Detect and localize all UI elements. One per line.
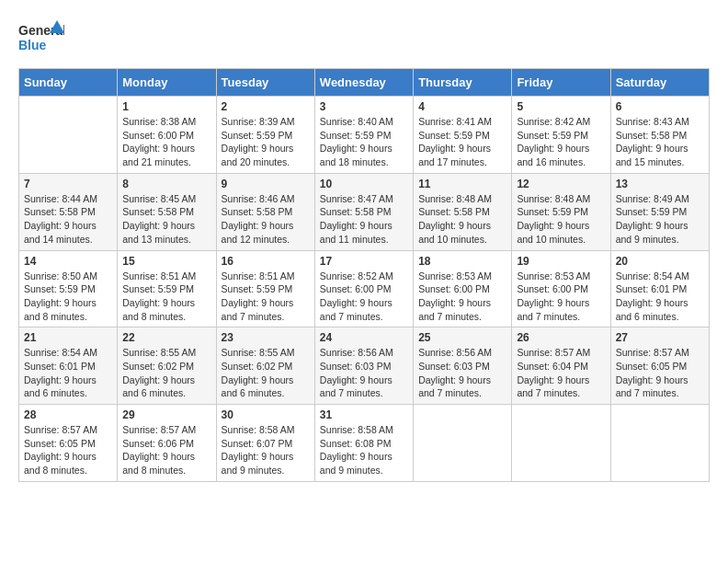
day-info: Sunrise: 8:58 AM Sunset: 6:07 PM Dayligh… <box>222 423 310 477</box>
day-number: 25 <box>418 331 506 344</box>
day-number: 9 <box>222 178 310 190</box>
day-number: 15 <box>122 255 210 268</box>
day-info: Sunrise: 8:57 AM Sunset: 6:05 PM Dayligh… <box>24 423 112 477</box>
day-number: 23 <box>222 331 310 344</box>
week-row-4: 21Sunrise: 8:54 AM Sunset: 6:01 PM Dayli… <box>19 327 710 405</box>
day-number: 14 <box>24 255 112 268</box>
day-info: Sunrise: 8:50 AM Sunset: 5:59 PM Dayligh… <box>24 270 112 324</box>
day-number: 19 <box>517 255 605 268</box>
calendar-cell: 10Sunrise: 8:47 AM Sunset: 5:58 PM Dayli… <box>314 173 413 250</box>
header-day-tuesday: Tuesday <box>216 69 314 97</box>
day-number: 18 <box>418 255 506 268</box>
day-info: Sunrise: 8:42 AM Sunset: 5:59 PM Dayligh… <box>517 115 605 169</box>
day-number: 4 <box>418 100 506 113</box>
day-info: Sunrise: 8:57 AM Sunset: 6:05 PM Dayligh… <box>616 346 704 400</box>
calendar-cell: 16Sunrise: 8:51 AM Sunset: 5:59 PM Dayli… <box>216 250 314 327</box>
calendar-cell: 7Sunrise: 8:44 AM Sunset: 5:58 PM Daylig… <box>19 173 118 250</box>
day-info: Sunrise: 8:55 AM Sunset: 6:02 PM Dayligh… <box>222 346 310 400</box>
calendar-cell: 3Sunrise: 8:40 AM Sunset: 5:59 PM Daylig… <box>314 97 413 174</box>
day-info: Sunrise: 8:38 AM Sunset: 6:00 PM Dayligh… <box>122 115 210 169</box>
day-number: 1 <box>122 100 210 113</box>
day-info: Sunrise: 8:53 AM Sunset: 6:00 PM Dayligh… <box>517 270 605 324</box>
day-number: 12 <box>517 178 605 190</box>
calendar-cell: 18Sunrise: 8:53 AM Sunset: 6:00 PM Dayli… <box>414 250 512 327</box>
calendar-cell <box>610 405 709 482</box>
day-number: 3 <box>320 100 408 113</box>
day-info: Sunrise: 8:49 AM Sunset: 5:59 PM Dayligh… <box>616 192 704 247</box>
calendar-cell: 17Sunrise: 8:52 AM Sunset: 6:00 PM Dayli… <box>314 250 413 327</box>
day-number: 29 <box>122 408 210 421</box>
day-number: 7 <box>24 178 112 190</box>
calendar-cell: 19Sunrise: 8:53 AM Sunset: 6:00 PM Dayli… <box>512 250 610 327</box>
calendar-cell: 14Sunrise: 8:50 AM Sunset: 5:59 PM Dayli… <box>19 250 118 327</box>
calendar-cell: 12Sunrise: 8:48 AM Sunset: 5:59 PM Dayli… <box>512 173 610 250</box>
day-number: 22 <box>122 331 210 344</box>
day-info: Sunrise: 8:52 AM Sunset: 6:00 PM Dayligh… <box>320 270 408 324</box>
day-info: Sunrise: 8:48 AM Sunset: 5:58 PM Dayligh… <box>418 192 506 247</box>
day-info: Sunrise: 8:56 AM Sunset: 6:03 PM Dayligh… <box>418 346 506 400</box>
calendar-header-row: SundayMondayTuesdayWednesdayThursdayFrid… <box>19 69 710 97</box>
day-info: Sunrise: 8:54 AM Sunset: 6:01 PM Dayligh… <box>616 270 704 324</box>
week-row-2: 7Sunrise: 8:44 AM Sunset: 5:58 PM Daylig… <box>19 173 710 250</box>
svg-text:Blue: Blue <box>18 38 47 52</box>
calendar-cell: 25Sunrise: 8:56 AM Sunset: 6:03 PM Dayli… <box>414 327 512 405</box>
calendar-cell: 4Sunrise: 8:41 AM Sunset: 5:59 PM Daylig… <box>414 97 512 174</box>
day-info: Sunrise: 8:53 AM Sunset: 6:00 PM Dayligh… <box>418 270 506 324</box>
calendar-table: SundayMondayTuesdayWednesdayThursdayFrid… <box>18 68 710 482</box>
week-row-3: 14Sunrise: 8:50 AM Sunset: 5:59 PM Dayli… <box>19 250 710 327</box>
day-number: 20 <box>616 255 704 268</box>
calendar-cell <box>512 405 610 482</box>
day-info: Sunrise: 8:55 AM Sunset: 6:02 PM Dayligh… <box>122 346 210 400</box>
header-day-friday: Friday <box>512 69 610 97</box>
day-number: 10 <box>320 178 408 190</box>
calendar-cell: 5Sunrise: 8:42 AM Sunset: 5:59 PM Daylig… <box>512 97 610 174</box>
day-info: Sunrise: 8:54 AM Sunset: 6:01 PM Dayligh… <box>24 346 112 400</box>
calendar-cell: 2Sunrise: 8:39 AM Sunset: 5:59 PM Daylig… <box>216 97 314 174</box>
day-number: 17 <box>320 255 408 268</box>
calendar-cell: 21Sunrise: 8:54 AM Sunset: 6:01 PM Dayli… <box>19 327 118 405</box>
day-number: 13 <box>616 178 704 190</box>
day-number: 24 <box>320 331 408 344</box>
calendar-cell: 26Sunrise: 8:57 AM Sunset: 6:04 PM Dayli… <box>512 327 610 405</box>
logo: General Blue <box>18 18 64 59</box>
day-number: 2 <box>222 100 310 113</box>
logo-svg: General Blue <box>18 18 64 59</box>
week-row-5: 28Sunrise: 8:57 AM Sunset: 6:05 PM Dayli… <box>19 405 710 482</box>
calendar-cell: 8Sunrise: 8:45 AM Sunset: 5:58 PM Daylig… <box>118 173 216 250</box>
day-number: 16 <box>222 255 310 268</box>
calendar-cell: 28Sunrise: 8:57 AM Sunset: 6:05 PM Dayli… <box>19 405 118 482</box>
day-number: 6 <box>616 100 704 113</box>
day-info: Sunrise: 8:40 AM Sunset: 5:59 PM Dayligh… <box>320 115 408 169</box>
calendar-cell: 23Sunrise: 8:55 AM Sunset: 6:02 PM Dayli… <box>216 327 314 405</box>
day-number: 26 <box>517 331 605 344</box>
day-number: 27 <box>616 331 704 344</box>
day-number: 11 <box>418 178 506 190</box>
calendar-cell: 27Sunrise: 8:57 AM Sunset: 6:05 PM Dayli… <box>610 327 709 405</box>
day-info: Sunrise: 8:51 AM Sunset: 5:59 PM Dayligh… <box>122 270 210 324</box>
day-info: Sunrise: 8:44 AM Sunset: 5:58 PM Dayligh… <box>24 192 112 247</box>
calendar-cell: 31Sunrise: 8:58 AM Sunset: 6:08 PM Dayli… <box>314 405 413 482</box>
calendar-cell: 6Sunrise: 8:43 AM Sunset: 5:58 PM Daylig… <box>610 97 709 174</box>
calendar-cell: 9Sunrise: 8:46 AM Sunset: 5:58 PM Daylig… <box>216 173 314 250</box>
day-number: 21 <box>24 331 112 344</box>
day-number: 8 <box>122 178 210 190</box>
calendar-cell: 15Sunrise: 8:51 AM Sunset: 5:59 PM Dayli… <box>118 250 216 327</box>
calendar-cell: 13Sunrise: 8:49 AM Sunset: 5:59 PM Dayli… <box>610 173 709 250</box>
calendar-cell: 24Sunrise: 8:56 AM Sunset: 6:03 PM Dayli… <box>314 327 413 405</box>
day-number: 31 <box>320 408 408 421</box>
day-info: Sunrise: 8:58 AM Sunset: 6:08 PM Dayligh… <box>320 423 408 477</box>
calendar-cell <box>414 405 512 482</box>
day-info: Sunrise: 8:48 AM Sunset: 5:59 PM Dayligh… <box>517 192 605 247</box>
day-info: Sunrise: 8:47 AM Sunset: 5:58 PM Dayligh… <box>320 192 408 247</box>
day-info: Sunrise: 8:56 AM Sunset: 6:03 PM Dayligh… <box>320 346 408 400</box>
day-number: 28 <box>24 408 112 421</box>
day-info: Sunrise: 8:43 AM Sunset: 5:58 PM Dayligh… <box>616 115 704 169</box>
header-day-monday: Monday <box>118 69 216 97</box>
calendar-cell: 30Sunrise: 8:58 AM Sunset: 6:07 PM Dayli… <box>216 405 314 482</box>
day-info: Sunrise: 8:57 AM Sunset: 6:06 PM Dayligh… <box>122 423 210 477</box>
day-info: Sunrise: 8:45 AM Sunset: 5:58 PM Dayligh… <box>122 192 210 247</box>
header-day-sunday: Sunday <box>19 69 118 97</box>
calendar-cell: 1Sunrise: 8:38 AM Sunset: 6:00 PM Daylig… <box>118 97 216 174</box>
day-info: Sunrise: 8:41 AM Sunset: 5:59 PM Dayligh… <box>418 115 506 169</box>
day-info: Sunrise: 8:39 AM Sunset: 5:59 PM Dayligh… <box>222 115 310 169</box>
